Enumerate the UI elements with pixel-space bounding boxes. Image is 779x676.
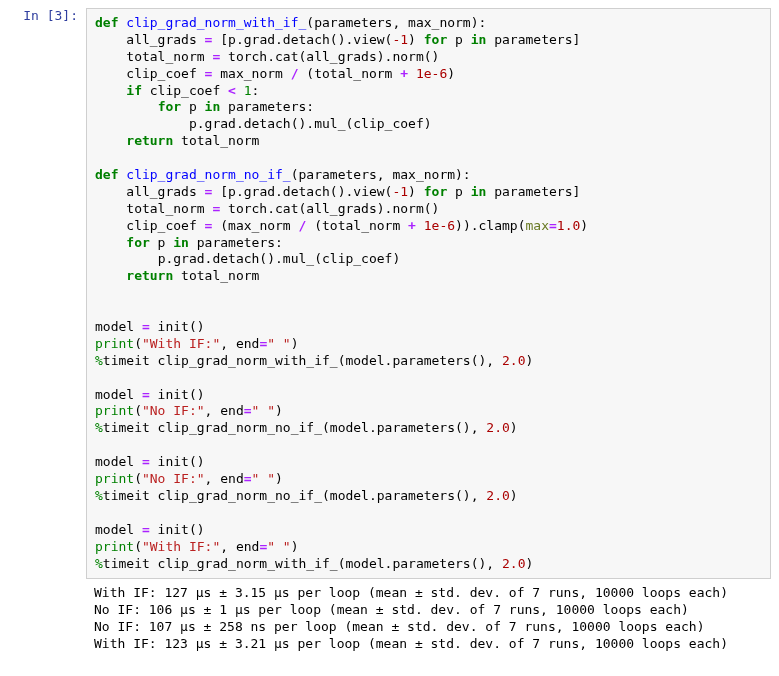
- output-line: With IF: 123 µs ± 3.21 µs per loop (mean…: [94, 636, 728, 651]
- code-line: clip_coef = (max_norm / (total_norm + 1e…: [95, 218, 588, 233]
- notebook-cell: In [3]: def clip_grad_norm_with_if_(para…: [8, 8, 771, 659]
- code-line: for p in parameters:: [95, 235, 283, 250]
- output-line: No IF: 106 µs ± 1 µs per loop (mean ± st…: [94, 602, 689, 617]
- code-line: all_grads = [p.grad.detach().view(-1) fo…: [95, 32, 580, 47]
- code-line: model = init(): [95, 387, 205, 402]
- code-line: p.grad.detach().mul_(clip_coef): [95, 116, 432, 131]
- code-line: for p in parameters:: [95, 99, 314, 114]
- code-line: %timeit clip_grad_norm_no_if_(model.para…: [95, 420, 518, 435]
- code-line: model = init(): [95, 319, 205, 334]
- code-input[interactable]: def clip_grad_norm_with_if_(parameters, …: [86, 8, 771, 579]
- code-line: %timeit clip_grad_norm_with_if_(model.pa…: [95, 556, 533, 571]
- code-line: def clip_grad_norm_with_if_(parameters, …: [95, 15, 486, 30]
- code-line: print("No IF:", end=" "): [95, 471, 283, 486]
- code-line: p.grad.detach().mul_(clip_coef): [95, 251, 400, 266]
- code-line: model = init(): [95, 522, 205, 537]
- code-line: all_grads = [p.grad.detach().view(-1) fo…: [95, 184, 580, 199]
- output-line: With IF: 127 µs ± 3.15 µs per loop (mean…: [94, 585, 728, 600]
- code-line: %timeit clip_grad_norm_with_if_(model.pa…: [95, 353, 533, 368]
- code-line: print("With IF:", end=" "): [95, 539, 299, 554]
- cell-output: With IF: 127 µs ± 3.15 µs per loop (mean…: [86, 579, 771, 659]
- code-line: return total_norm: [95, 133, 259, 148]
- code-line: total_norm = torch.cat(all_grads).norm(): [95, 201, 439, 216]
- code-line: return total_norm: [95, 268, 259, 283]
- code-line: total_norm = torch.cat(all_grads).norm(): [95, 49, 439, 64]
- code-line: %timeit clip_grad_norm_no_if_(model.para…: [95, 488, 518, 503]
- cell-body: def clip_grad_norm_with_if_(parameters, …: [86, 8, 771, 659]
- output-line: No IF: 107 µs ± 258 ns per loop (mean ± …: [94, 619, 704, 634]
- code-line: print("No IF:", end=" "): [95, 403, 283, 418]
- code-line: model = init(): [95, 454, 205, 469]
- code-line: print("With IF:", end=" "): [95, 336, 299, 351]
- code-line: clip_coef = max_norm / (total_norm + 1e-…: [95, 66, 455, 81]
- input-prompt: In [3]:: [8, 8, 86, 25]
- code-line: if clip_coef < 1:: [95, 83, 259, 98]
- code-line: def clip_grad_norm_no_if_(parameters, ma…: [95, 167, 471, 182]
